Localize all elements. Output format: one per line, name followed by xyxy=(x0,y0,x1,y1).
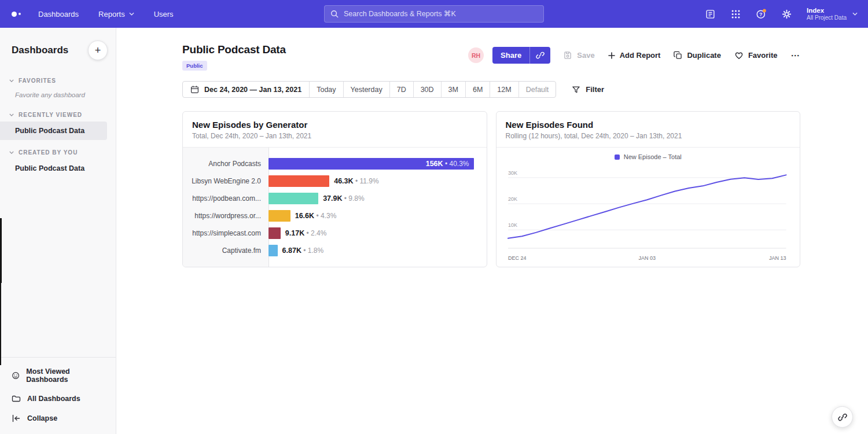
card-title: New Episodes Found xyxy=(506,120,791,130)
bar-segment[interactable] xyxy=(269,193,318,204)
date-range-label: Dec 24, 2020 — Jan 13, 2021 xyxy=(204,86,301,94)
favorite-button[interactable]: Favorite xyxy=(734,51,778,60)
section-label: Recently Viewed xyxy=(19,112,82,118)
svg-text:DEC 24: DEC 24 xyxy=(507,255,525,261)
section-label: Favorites xyxy=(19,78,56,84)
main-content: Public Podcast Data Public RH Share Save xyxy=(116,28,868,434)
section-favorites-header[interactable]: Favorites xyxy=(0,73,116,87)
bar-chart-rows: Anchor Podcasts156K • 40.3%Libsyn WebEng… xyxy=(183,148,487,267)
date-preset-30d[interactable]: 30D xyxy=(413,82,441,97)
section-recently-viewed-header[interactable]: Recently Viewed xyxy=(0,107,116,122)
add-dashboard-button[interactable]: + xyxy=(88,41,108,60)
avatar[interactable]: RH xyxy=(468,47,484,63)
bar-segment[interactable]: 156K • 40.3% xyxy=(269,158,474,170)
amplitude-logo[interactable] xyxy=(10,9,22,19)
date-presets: TodayYesterday7D30D3M6M12MDefault xyxy=(309,82,556,97)
heart-icon xyxy=(734,51,744,60)
bar-row: Captivate.fm6.87K • 1.8% xyxy=(183,242,487,259)
nav-reports[interactable]: Reports xyxy=(98,10,134,19)
bar-percent-label: • 40.3% xyxy=(443,160,469,168)
nav-dashboards[interactable]: Dashboards xyxy=(38,10,79,19)
link-icon xyxy=(536,51,545,60)
bar-track: 16.6K • 4.3% xyxy=(269,210,487,222)
bar-category-label: Captivate.fm xyxy=(183,247,269,255)
all-dashboards-button[interactable]: All Dashboards xyxy=(0,389,116,409)
date-preset-yesterday[interactable]: Yesterday xyxy=(343,82,389,97)
plus-icon xyxy=(608,52,615,59)
most-viewed-icon xyxy=(12,371,20,380)
date-preset-3m[interactable]: 3M xyxy=(441,82,465,97)
legend-label: New Episode – Total xyxy=(624,153,682,160)
most-viewed-label: Most Viewed Dashboards xyxy=(26,367,104,384)
settings-button[interactable] xyxy=(777,4,796,24)
search-input[interactable] xyxy=(344,10,538,18)
bar-segment[interactable] xyxy=(269,227,281,239)
card-subtitle: Rolling (12 hours), total, Dec 24th, 202… xyxy=(506,132,791,140)
bar-label: 9.17K • 2.4% xyxy=(285,229,327,237)
date-preset-6m[interactable]: 6M xyxy=(465,82,490,97)
chart-legend: New Episode – Total xyxy=(506,153,791,160)
bar-segment[interactable] xyxy=(269,210,290,222)
screen-edge-artifact xyxy=(0,283,1,365)
collapse-icon xyxy=(12,414,21,423)
bar-category-label: Libsyn WebEngine 2.0 xyxy=(183,177,269,185)
date-control-group: Dec 24, 2020 — Jan 13, 2021 TodayYesterd… xyxy=(182,81,556,98)
more-options-button[interactable]: ⋯ xyxy=(791,50,801,61)
share-split-button: Share xyxy=(492,47,550,64)
apps-grid-icon xyxy=(731,9,741,19)
bar-segment[interactable] xyxy=(269,245,278,256)
bar-value-label: 16.6K xyxy=(295,212,314,220)
help-button[interactable]: ? xyxy=(751,4,771,24)
bar-percent-label: • 11.9% xyxy=(354,177,379,185)
save-icon xyxy=(564,51,572,60)
card-title: New Episodes by Generator xyxy=(192,120,477,130)
sidebar-item-public-podcast-data-created[interactable]: Public Podcast Data xyxy=(0,159,107,178)
bar-percent-label: • 2.4% xyxy=(304,229,326,237)
bar-value-label: 37.9K xyxy=(323,194,342,203)
collapse-sidebar-button[interactable]: Collapse xyxy=(0,409,116,428)
save-label: Save xyxy=(577,51,594,60)
bar-row: https://wordpress.or...16.6K • 4.3% xyxy=(183,207,487,225)
bar-label: 46.3K • 11.9% xyxy=(334,177,378,185)
link-icon xyxy=(838,413,847,422)
bar-segment[interactable] xyxy=(269,175,329,187)
duplicate-button[interactable]: Duplicate xyxy=(674,51,721,60)
bar-value-label: 6.87K xyxy=(282,247,301,255)
chevron-down-icon xyxy=(9,151,14,154)
add-report-button[interactable]: Add Report xyxy=(608,51,661,60)
date-preset-default[interactable]: Default xyxy=(518,82,556,97)
sidebar-item-public-podcast-data[interactable]: Public Podcast Data xyxy=(0,122,107,140)
nav-users[interactable]: Users xyxy=(154,10,174,19)
calendar-icon xyxy=(190,85,199,94)
sidebar: Dashboards + Favorites Favorite any dash… xyxy=(0,28,116,434)
sidebar-title: Dashboards xyxy=(12,45,68,56)
global-search[interactable] xyxy=(324,5,544,23)
project-selector[interactable]: Index All Project Data xyxy=(807,6,858,22)
line-chart-card: New Episodes Found Rolling (12 hours), t… xyxy=(496,111,801,267)
bar-label: 6.87K • 1.8% xyxy=(282,247,324,255)
share-button[interactable]: Share xyxy=(492,47,529,64)
apps-grid-button[interactable] xyxy=(726,4,745,24)
most-viewed-dashboards-button[interactable]: Most Viewed Dashboards xyxy=(0,362,116,389)
chevron-down-icon xyxy=(129,12,134,16)
section-created-by-you: Created by You Public Podcast Data xyxy=(0,145,116,178)
bar-track: 6.87K • 1.8% xyxy=(269,245,487,256)
top-navigation: Dashboards Reports Users ? Index All Pr xyxy=(0,0,868,28)
save-button[interactable]: Save xyxy=(564,51,594,60)
search-icon xyxy=(330,10,339,19)
chevron-down-icon xyxy=(852,12,858,16)
copy-link-fab-button[interactable] xyxy=(832,406,853,428)
copy-icon xyxy=(674,51,682,60)
date-range-picker[interactable]: Dec 24, 2020 — Jan 13, 2021 xyxy=(183,82,309,97)
nav-reports-label: Reports xyxy=(98,10,125,19)
date-preset-7d[interactable]: 7D xyxy=(389,82,413,97)
bar-percent-label: • 9.8% xyxy=(342,194,364,203)
date-preset-12m[interactable]: 12M xyxy=(490,82,518,97)
notebook-button[interactable] xyxy=(700,4,720,24)
date-preset-today[interactable]: Today xyxy=(309,82,343,97)
share-link-button[interactable] xyxy=(529,47,550,64)
filter-label: Filter xyxy=(586,85,604,94)
section-created-by-you-header[interactable]: Created by You xyxy=(0,145,116,159)
filter-button[interactable]: Filter xyxy=(572,85,604,94)
bar-track: 156K • 40.3% xyxy=(269,158,487,170)
